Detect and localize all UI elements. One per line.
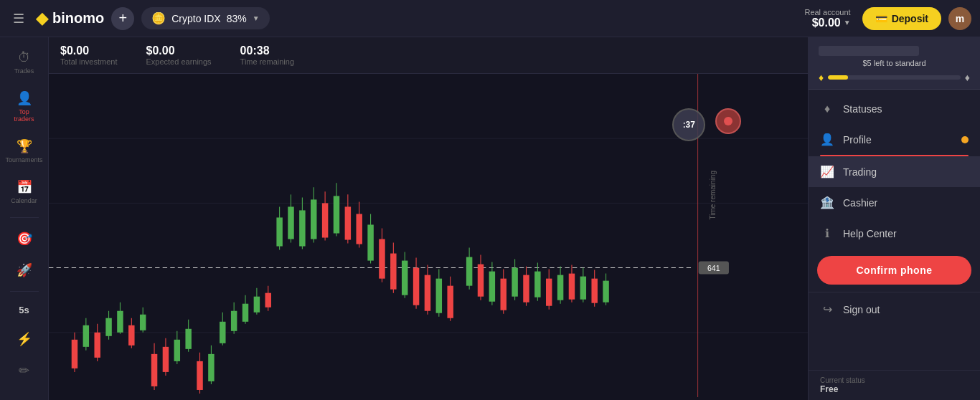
progress-bar-fill <box>828 75 848 80</box>
achievements-icon: 🎯 <box>17 231 32 247</box>
confirm-phone-button[interactable]: Confirm phone <box>817 256 971 285</box>
deposit-button[interactable]: 💳 Deposit <box>862 7 941 30</box>
progress-bar-row: ♦ ♦ <box>819 72 970 83</box>
account-caret-icon: ▼ <box>844 19 851 27</box>
statuses-icon: ♦ <box>820 103 834 115</box>
avatar[interactable]: m <box>948 7 971 30</box>
draw-icon: ✏ <box>19 363 29 378</box>
add-button[interactable]: + <box>111 7 134 30</box>
deposit-icon: 💳 <box>875 13 887 24</box>
bottom-status: Current status Free <box>809 370 980 400</box>
earnings-label: Expected earnings <box>146 57 211 66</box>
chart-container: $0.00 Total investment $0.00 Expected ea… <box>49 37 808 400</box>
calendar-icon: 📅 <box>17 179 32 195</box>
asset-selector[interactable]: 🪙 Crypto IDX 83% ▼ <box>141 7 269 29</box>
sign-out-label: Sign out <box>843 304 969 315</box>
time-value: 00:38 <box>240 44 294 57</box>
sidebar-item-launch[interactable]: 🚀 <box>4 257 44 284</box>
cashier-icon: 🏦 <box>820 196 834 209</box>
profile-banner-name <box>819 46 919 56</box>
sidebar-item-trades[interactable]: ⏱ Trades <box>4 44 44 80</box>
sidebar-item-achievements[interactable]: 🎯 <box>4 225 44 252</box>
stat-earnings: $0.00 Expected earnings <box>146 44 211 66</box>
tournaments-icon: 🏆 <box>17 138 32 154</box>
time-label: Time remaining <box>240 57 294 66</box>
account-balance: $0.00 <box>812 16 841 29</box>
menu-items: ♦ Statuses 👤 Profile 📈 Trading 🏦 Cashier… <box>809 90 980 370</box>
progress-bar-bg <box>828 75 961 80</box>
progress-text: $5 left to standard <box>819 59 970 67</box>
price-dot-inner <box>724 117 732 125</box>
sidebar-item-top-traders[interactable]: 👤 Top traders <box>4 85 44 128</box>
svg-text:641: 641 <box>707 265 720 272</box>
main-content: ⏱ Trades 👤 Top traders 🏆 Tournaments 📅 C… <box>0 37 980 400</box>
menu-item-trading[interactable]: 📈 Trading <box>809 156 980 187</box>
deposit-label: Deposit <box>892 13 928 24</box>
statuses-label: Statuses <box>843 103 969 115</box>
menu-item-statuses[interactable]: ♦ Statuses <box>809 94 980 124</box>
time-remaining-label: Time remaining <box>709 171 717 220</box>
chart-canvas: 641 :37 Time remaining <box>49 74 808 397</box>
menu-item-help-center[interactable]: ℹ Help Center <box>809 218 980 249</box>
left-sidebar: ⏱ Trades 👤 Top traders 🏆 Tournaments 📅 C… <box>0 37 49 400</box>
account-info: Real account $0.00 ▼ <box>804 8 850 29</box>
sidebar-label-tournaments: Tournaments <box>5 156 42 163</box>
sidebar-item-tournaments[interactable]: 🏆 Tournaments <box>4 133 44 169</box>
help-center-label: Help Center <box>843 228 969 239</box>
hamburger-icon[interactable]: ☰ <box>9 6 29 31</box>
stat-time: 00:38 Time remaining <box>240 44 294 66</box>
stat-investment: $0.00 Total investment <box>60 44 117 66</box>
asset-percent: 83% <box>227 13 247 24</box>
header: ☰ ◆ binomo + 🪙 Crypto IDX 83% ▼ Real acc… <box>0 0 980 37</box>
sidebar-divider-2 <box>10 291 39 292</box>
sign-out-item[interactable]: ↪ Sign out <box>809 292 980 326</box>
logo-text: binomo <box>52 10 104 27</box>
interval-label: 5s <box>19 305 29 315</box>
asset-icon: 🪙 <box>151 11 166 25</box>
chart-header: $0.00 Total investment $0.00 Expected ea… <box>49 37 808 74</box>
diamond-right-icon: ♦ <box>965 72 970 83</box>
sidebar-label-top-traders: Top traders <box>9 108 40 123</box>
launch-icon: 🚀 <box>17 262 32 278</box>
asset-caret-icon: ▼ <box>253 14 260 22</box>
trades-icon: ⏱ <box>18 50 31 65</box>
sidebar-divider <box>10 217 39 218</box>
sidebar-item-indicators[interactable]: ⚡ <box>4 325 44 353</box>
earnings-value: $0.00 <box>146 44 211 57</box>
logo-icon: ◆ <box>36 9 48 28</box>
profile-banner: $5 left to standard ♦ ♦ <box>809 37 980 90</box>
cashier-label: Cashier <box>843 197 969 209</box>
trading-icon: 📈 <box>820 165 834 178</box>
investment-value: $0.00 <box>60 44 117 57</box>
asset-name: Crypto IDX <box>171 13 220 24</box>
investment-label: Total investment <box>60 57 117 66</box>
sidebar-label-calendar: Calendar <box>11 197 37 204</box>
indicators-icon: ⚡ <box>17 331 32 347</box>
help-center-icon: ℹ <box>820 227 834 240</box>
sidebar-item-interval[interactable]: 5s <box>4 299 44 321</box>
sign-out-icon: ↪ <box>820 303 834 316</box>
top-traders-icon: 👤 <box>17 90 32 106</box>
profile-icon: 👤 <box>820 133 834 146</box>
status-label: Current status <box>820 376 969 384</box>
sidebar-label-trades: Trades <box>14 67 34 75</box>
trading-label: Trading <box>843 166 969 178</box>
profile-label: Profile <box>843 134 953 146</box>
status-value: Free <box>820 384 969 394</box>
logo: ◆ binomo <box>36 9 104 28</box>
menu-item-cashier[interactable]: 🏦 Cashier <box>809 187 980 218</box>
right-panel: $5 left to standard ♦ ♦ ♦ Statuses 👤 Pro… <box>808 37 980 400</box>
timer-circle: :37 <box>672 108 705 141</box>
profile-badge <box>961 136 969 143</box>
timer-value: :37 <box>683 120 695 130</box>
sidebar-item-draw[interactable]: ✏ <box>4 357 44 384</box>
diamond-left-icon: ♦ <box>819 72 824 83</box>
sidebar-item-calendar[interactable]: 📅 Calendar <box>4 173 44 210</box>
menu-item-profile[interactable]: 👤 Profile <box>809 124 980 155</box>
account-label: Real account <box>804 8 850 16</box>
